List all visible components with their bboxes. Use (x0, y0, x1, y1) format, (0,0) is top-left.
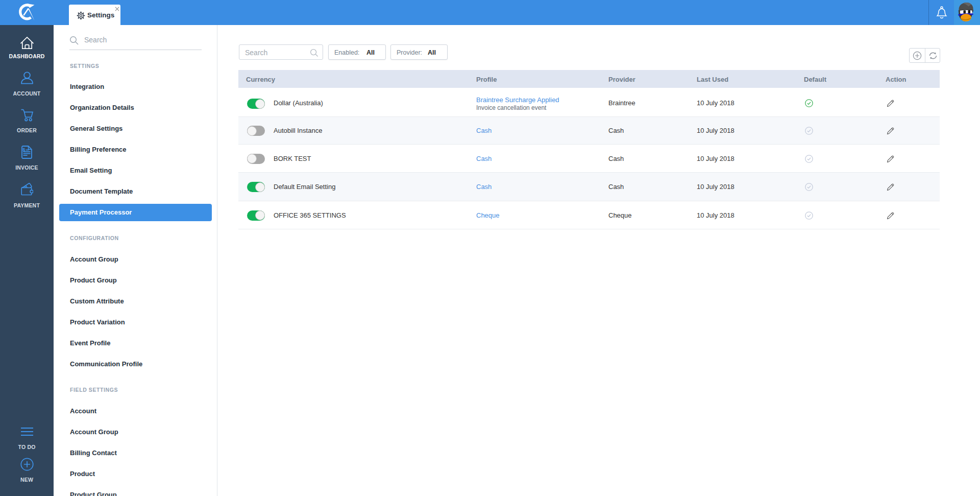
svg-text:$: $ (22, 147, 25, 152)
